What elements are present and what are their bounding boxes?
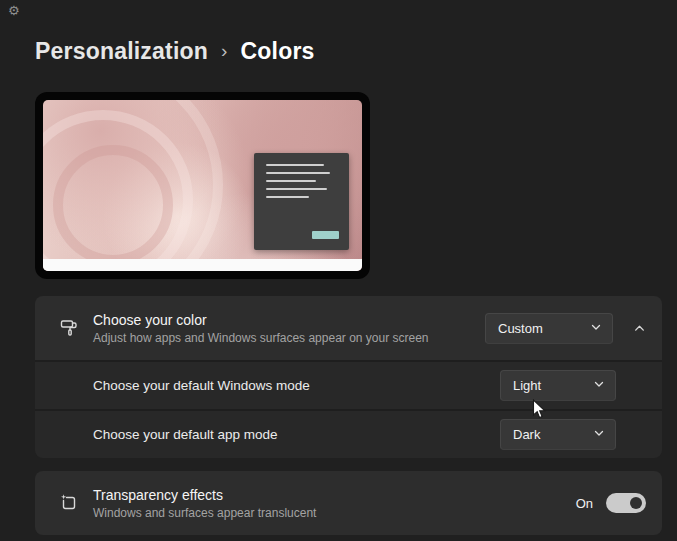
color-icon: [59, 318, 79, 338]
choose-color-subtitle: Adjust how apps and Windows surfaces app…: [93, 331, 429, 345]
windows-mode-dropdown[interactable]: Light: [500, 370, 616, 401]
app-mode-value: Dark: [513, 427, 540, 442]
mini-accent-button: [312, 231, 339, 239]
wallpaper-preview: [43, 100, 362, 271]
mini-text-line: [266, 196, 309, 198]
chevron-down-icon: [593, 427, 605, 442]
windows-mode-value: Light: [513, 378, 541, 393]
breadcrumb: Personalization › Colors: [35, 38, 315, 65]
choose-color-title: Choose your color: [93, 312, 429, 328]
app-mode-label: Choose your default app mode: [93, 427, 278, 442]
mini-taskbar-preview: [43, 259, 362, 271]
mini-text-line: [266, 180, 316, 182]
transparency-toggle[interactable]: [606, 493, 646, 513]
settings-colors-page: { "icons": { "app_glyph": "⚙" }, "header…: [0, 0, 677, 541]
windows-mode-row: Choose your default Windows mode Light: [35, 360, 662, 409]
color-mode-value: Custom: [498, 321, 543, 336]
chevron-down-icon: [593, 378, 605, 393]
chevron-up-icon[interactable]: [633, 322, 646, 335]
bloom-petal: [53, 145, 173, 265]
mini-text-line: [266, 172, 330, 174]
mini-text-line: [266, 188, 327, 190]
color-mode-dropdown[interactable]: Custom: [485, 313, 613, 344]
app-mode-row: Choose your default app mode Dark: [35, 409, 662, 458]
windows-mode-label: Choose your default Windows mode: [93, 378, 310, 393]
chevron-down-icon: [590, 321, 602, 336]
toggle-knob: [630, 497, 642, 509]
transparency-title: Transparency effects: [93, 487, 316, 503]
choose-color-group: Choose your color Adjust how apps and Wi…: [35, 296, 662, 458]
page-title: Colors: [241, 38, 315, 65]
theme-preview-frame: [35, 92, 370, 279]
mini-text-line: [266, 164, 324, 166]
choose-color-texts: Choose your color Adjust how apps and Wi…: [93, 312, 429, 345]
transparency-row: Transparency effects Windows and surface…: [35, 471, 662, 535]
choose-color-row[interactable]: Choose your color Adjust how apps and Wi…: [35, 296, 662, 360]
transparency-subtitle: Windows and surfaces appear translucent: [93, 506, 316, 520]
app-mode-dropdown[interactable]: Dark: [500, 419, 616, 450]
transparency-texts: Transparency effects Windows and surface…: [93, 487, 316, 520]
breadcrumb-separator-icon: ›: [208, 40, 241, 62]
toggle-state-label: On: [576, 496, 593, 511]
breadcrumb-personalization[interactable]: Personalization: [35, 38, 208, 65]
mini-app-window-preview: [254, 153, 349, 250]
settings-app-icon: ⚙: [8, 3, 20, 18]
transparency-icon: [59, 493, 79, 513]
